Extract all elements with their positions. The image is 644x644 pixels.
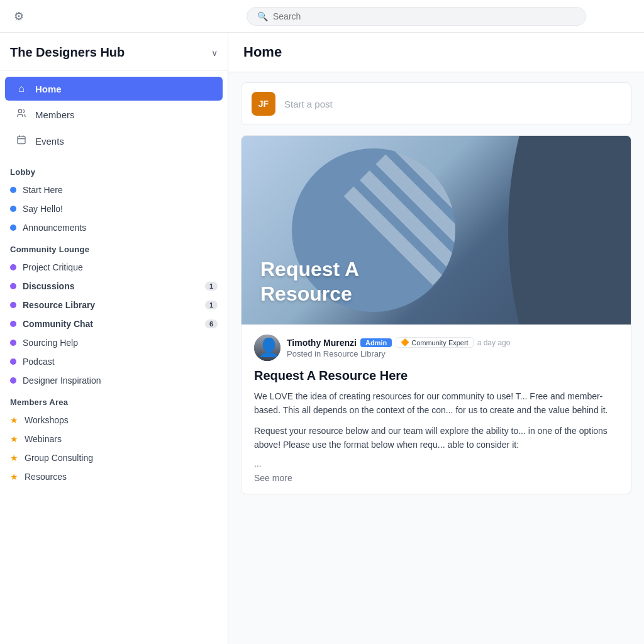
post-card: Request A Resource Timothy Murenzi Ad (241, 135, 631, 494)
sidebar-header: The Designers Hub ∨ (0, 33, 228, 70)
members-item-group-consulting[interactable]: ★ Group Consulting (0, 448, 228, 467)
chevron-down-icon[interactable]: ∨ (211, 48, 218, 58)
post-ellipsis: ... (254, 458, 618, 469)
lobby-section-label: Lobby (0, 160, 228, 180)
events-icon (15, 135, 28, 147)
members-item-workshops[interactable]: ★ Workshops (0, 411, 228, 430)
post-content: Timothy Murenzi Admin 🔶 Community Expert… (242, 325, 631, 494)
members-item-label: Webinars (25, 434, 62, 444)
nav-events-label: Events (35, 136, 64, 147)
search-input[interactable] (273, 11, 575, 21)
nav-home-label: Home (35, 84, 62, 94)
channel-project-critique[interactable]: Project Critique (0, 258, 228, 277)
channel-label: Sourcing Help (23, 338, 218, 348)
see-more-link[interactable]: See more (254, 473, 292, 483)
start-post-text: Start a post (284, 99, 333, 109)
star-icon: ★ (10, 434, 18, 444)
post-meta: Timothy Murenzi Admin 🔶 Community Expert… (254, 335, 618, 361)
content-body: JF Start a post (228, 72, 644, 504)
sidebar: The Designers Hub ∨ ⌂ Home Members Event… (0, 33, 228, 644)
dot-icon (10, 187, 16, 193)
search-icon: 🔍 (257, 11, 268, 21)
channel-podcast[interactable]: Podcast (0, 352, 228, 371)
start-post-bar[interactable]: JF Start a post (241, 82, 631, 125)
admin-badge: Admin (360, 338, 392, 347)
channel-discussions[interactable]: Discussions 1 (0, 277, 228, 296)
channel-label: Project Critique (23, 262, 218, 272)
members-item-label: Workshops (25, 415, 69, 425)
channel-community-chat[interactable]: Community Chat 6 (0, 314, 228, 333)
members-item-webinars[interactable]: ★ Webinars (0, 430, 228, 448)
dot-icon (10, 225, 16, 231)
dot-icon (10, 340, 16, 346)
home-icon: ⌂ (15, 83, 28, 94)
channel-label: Start Here (23, 185, 218, 195)
main-layout: The Designers Hub ∨ ⌂ Home Members Event… (0, 33, 644, 644)
expert-badge-label: Community Expert (411, 339, 468, 347)
channel-announcements[interactable]: Announcements (0, 218, 228, 237)
banner-dark-bg (455, 136, 631, 325)
star-icon: ★ (10, 472, 18, 482)
star-icon: ★ (10, 415, 18, 425)
expert-badge: 🔶 Community Expert (396, 337, 473, 348)
content-area: Home JF Start a post (228, 33, 644, 644)
top-bar-left: ⚙ (10, 8, 236, 25)
post-body-p2: Request your resource below and our team… (254, 424, 618, 452)
dot-icon (10, 264, 16, 270)
post-body: We LOVE the idea of creating resources f… (254, 389, 618, 452)
dot-icon (10, 302, 16, 308)
author-name: Timothy Murenzi (287, 338, 357, 348)
content-header: Home (228, 33, 644, 72)
search-bar[interactable]: 🔍 (247, 7, 586, 26)
post-author-info: Timothy Murenzi Admin 🔶 Community Expert… (287, 337, 510, 358)
channel-resource-library[interactable]: Resource Library 1 (0, 296, 228, 314)
channel-label: Podcast (23, 357, 218, 367)
channel-label: Announcements (23, 223, 218, 233)
channel-label: Resource Library (23, 300, 199, 310)
post-body-p1: We LOVE the idea of creating resources f… (254, 389, 618, 418)
dot-icon (10, 377, 16, 384)
sidebar-item-home[interactable]: ⌂ Home (5, 77, 223, 101)
dot-icon (10, 206, 16, 212)
banner-text: Request A Resource (260, 257, 359, 306)
post-title: Request A Resource Here (254, 369, 618, 383)
star-icon: ★ (10, 453, 18, 463)
channel-label: Designer Inspiration (23, 375, 218, 386)
members-item-resources[interactable]: ★ Resources (0, 467, 228, 486)
dot-icon (10, 283, 16, 289)
svg-rect-1 (18, 136, 25, 144)
sidebar-title: The Designers Hub (10, 45, 125, 60)
gear-icon[interactable]: ⚙ (10, 8, 28, 25)
channel-say-hello[interactable]: Say Hello! (0, 199, 228, 218)
members-item-label: Group Consulting (25, 453, 93, 463)
channel-label: Say Hello! (23, 204, 218, 214)
avatar (254, 335, 280, 361)
channel-label: Discussions (23, 281, 199, 291)
channel-label: Community Chat (23, 319, 199, 329)
unread-badge: 6 (205, 319, 218, 328)
members-area-label: Members Area (0, 390, 228, 411)
sidebar-item-members[interactable]: Members (5, 102, 223, 127)
members-item-label: Resources (25, 472, 67, 482)
avatar: JF (252, 92, 275, 116)
svg-point-0 (18, 109, 21, 113)
search-container: 🔍 (247, 7, 634, 26)
members-icon (15, 108, 28, 121)
dot-icon (10, 321, 16, 327)
top-bar: ⚙ 🔍 (0, 0, 644, 33)
unread-badge: 1 (205, 301, 218, 309)
page-title: Home (243, 44, 629, 60)
sidebar-item-events[interactable]: Events (5, 128, 223, 153)
post-banner: Request A Resource (242, 136, 631, 325)
expert-badge-icon: 🔶 (401, 338, 409, 347)
nav-members-label: Members (35, 109, 75, 120)
post-time: a day ago (477, 338, 511, 347)
channel-designer-inspiration[interactable]: Designer Inspiration (0, 371, 228, 390)
lounge-section-label: Community Lounge (0, 237, 228, 258)
post-author-row: Timothy Murenzi Admin 🔶 Community Expert… (287, 337, 510, 348)
post-location: Posted in Resource Library (287, 349, 510, 358)
channel-sourcing-help[interactable]: Sourcing Help (0, 333, 228, 352)
channel-start-here[interactable]: Start Here (0, 180, 228, 199)
dot-icon (10, 358, 16, 365)
unread-badge: 1 (205, 282, 218, 291)
